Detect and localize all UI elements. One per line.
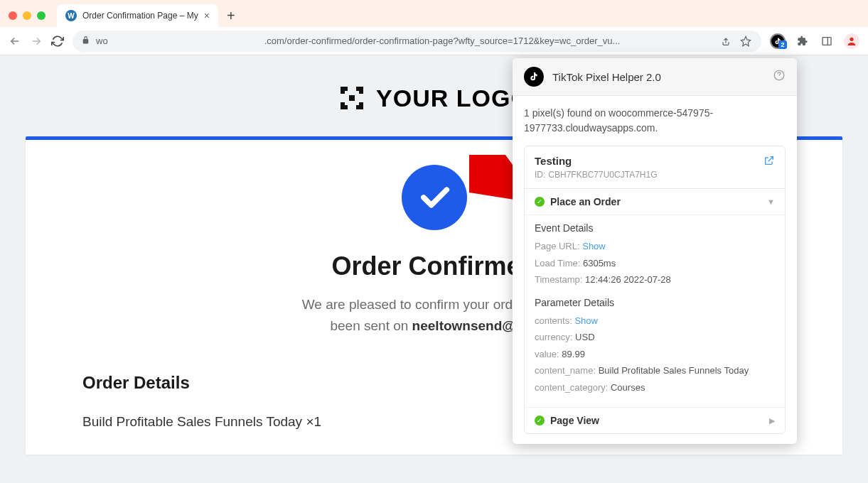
param-contents: contents: Show [535,314,775,328]
detail-timestamp: Timestamp: 12:44:26 2022-07-28 [535,273,775,287]
new-tab-button[interactable]: + [227,8,235,24]
event-details: Event Details Page URL: Show Load Time: … [525,215,785,408]
open-external-icon[interactable] [763,155,775,168]
param-value: value: 89.99 [535,347,775,362]
tiktok-pixel-helper-popup: TikTok Pixel Helper 2.0 1 pixel(s) found… [513,58,797,444]
popup-title: TikTok Pixel Helper 2.0 [552,71,764,83]
logo-text: YOUR LOGO [376,85,530,112]
browser-toolbar: wo.com/order-confirmed/order-confirmatio… [0,27,868,55]
popup-header: TikTok Pixel Helper 2.0 [513,58,797,96]
param-currency: currency: USD [535,330,775,344]
tiktok-logo-icon [524,67,544,87]
toolbar-right-icons: 2 [770,33,859,49]
address-bar[interactable]: wo.com/order-confirmed/order-confirmatio… [73,31,761,52]
sidepanel-icon[interactable] [820,34,834,48]
detail-load-time: Load Time: 6305ms [535,256,775,271]
chevron-right-icon: ▶ [769,416,775,425]
reload-button[interactable] [51,35,64,48]
window-controls [9,11,57,20]
browser-chrome: W Order Confirmation Page – My × + wo.co… [0,0,868,55]
parameter-details-heading: Parameter Details [535,297,775,308]
lock-icon [81,36,90,47]
success-dot-icon: ✓ [535,416,545,425]
popup-body: 1 pixel(s) found on woocommerce-547975-1… [513,96,797,444]
param-content-name: content_name: Build Profitable Sales Fun… [535,364,775,378]
wordpress-favicon: W [65,10,77,21]
event-place-order[interactable]: ✓ Place an Order ▼ [525,189,785,215]
chevron-down-icon: ▼ [767,197,775,206]
tab-bar: W Order Confirmation Page – My × + [0,0,868,27]
extensions-icon[interactable] [795,34,810,48]
pixel-count-text: 1 pixel(s) found on woocommerce-547975-1… [524,106,786,136]
tab-close-icon[interactable]: × [204,10,210,21]
svg-rect-0 [823,37,831,45]
event-name: Place an Order [550,196,761,207]
star-icon[interactable] [739,34,753,48]
checkmark-icon [402,165,467,230]
site-logo: YOUR LOGO [338,84,530,112]
order-item-name: Build Profitable Sales Funnels Today ×1 [82,414,321,430]
extension-badge: 2 [778,40,787,49]
minimize-window-button[interactable] [23,11,31,20]
close-window-button[interactable] [9,11,17,20]
tab-title: Order Confirmation Page – My [82,11,198,21]
browser-tab[interactable]: W Order Confirmation Page – My × [57,4,218,27]
param-content-category: content_category: Courses [535,381,775,395]
tiktok-pixel-extension-icon[interactable]: 2 [770,33,786,49]
pixel-id: ID:CBH7FKBC77U0CJTA7H1G [535,170,763,180]
event-details-heading: Event Details [535,222,775,234]
pixel-card: Testing ID:CBH7FKBC77U0CJTA7H1G ✓ Place … [524,146,786,434]
detail-page-url: Page URL: Show [535,239,775,254]
forward-button[interactable] [30,35,43,48]
share-icon[interactable] [719,34,733,48]
event-page-view[interactable]: ✓ Page View ▶ [525,408,785,433]
logo-icon [338,84,366,112]
event-name: Page View [550,415,763,426]
maximize-window-button[interactable] [37,11,45,20]
success-dot-icon: ✓ [535,197,545,207]
svg-point-2 [850,37,853,40]
back-button[interactable] [9,35,21,48]
url-text: wo.com/order-confirmed/order-confirmatio… [96,36,713,46]
profile-avatar[interactable] [844,33,859,49]
pixel-label: Testing [535,155,763,167]
help-icon[interactable] [773,69,786,85]
pixel-card-header: Testing ID:CBH7FKBC77U0CJTA7H1G [525,146,785,189]
